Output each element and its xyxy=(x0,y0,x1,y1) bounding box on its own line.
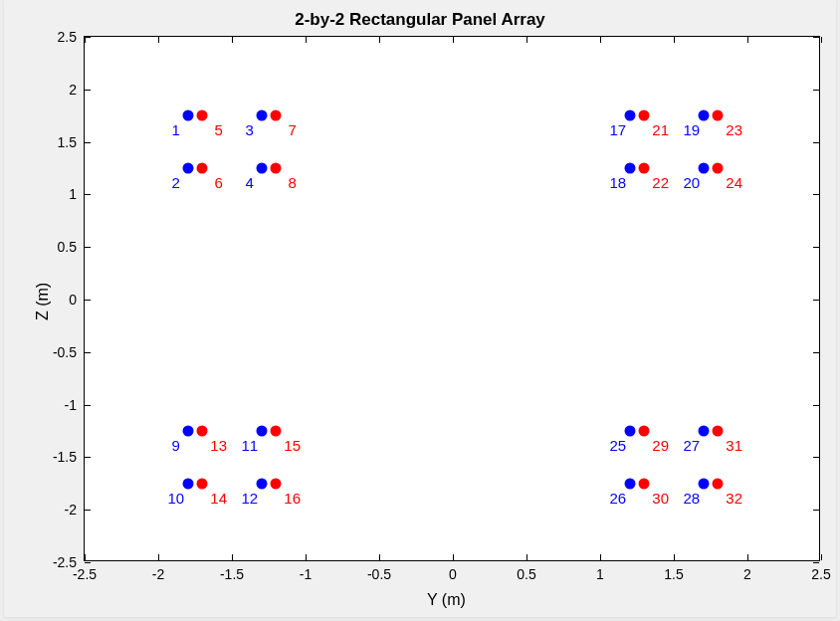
data-point xyxy=(271,163,282,174)
data-label: 10 xyxy=(167,490,184,507)
axes-area: -2.5-2-1.5-1-0.500.511.522.5-2.5-2-1.5-1… xyxy=(84,36,820,561)
data-label: 19 xyxy=(683,121,700,138)
y-tick-label: -1.5 xyxy=(53,449,77,465)
data-label: 20 xyxy=(683,174,700,191)
data-label: 9 xyxy=(172,437,180,454)
data-point xyxy=(182,426,193,437)
data-label: 14 xyxy=(210,490,227,507)
y-tick xyxy=(85,142,91,143)
y-tick xyxy=(813,562,819,563)
figure-panel: 2-by-2 Rectangular Panel Array -2.5-2-1.… xyxy=(4,0,836,617)
data-point xyxy=(624,426,635,437)
data-point xyxy=(639,426,650,437)
x-tick-label: 0.5 xyxy=(517,566,535,582)
data-label: 31 xyxy=(726,437,742,454)
data-label: 7 xyxy=(289,121,297,138)
y-tick-label: 1.5 xyxy=(58,134,77,150)
data-point xyxy=(271,426,282,437)
y-axis-label: Z (m) xyxy=(34,283,52,320)
data-label: 3 xyxy=(246,121,254,138)
y-tick xyxy=(813,90,819,91)
x-tick-label: -0.5 xyxy=(367,566,391,582)
data-point xyxy=(624,478,635,489)
data-point xyxy=(256,110,267,121)
data-point xyxy=(698,163,709,174)
x-tick-label: 2.5 xyxy=(811,566,830,582)
data-label: 17 xyxy=(609,121,626,138)
y-tick xyxy=(85,194,91,195)
data-label: 15 xyxy=(284,437,301,454)
y-tick xyxy=(813,510,819,511)
x-tick xyxy=(232,37,233,43)
x-tick xyxy=(306,554,307,560)
data-point xyxy=(639,478,650,489)
x-tick xyxy=(306,37,307,43)
y-tick-label: -2 xyxy=(65,502,77,518)
y-tick xyxy=(813,142,819,143)
x-tick xyxy=(821,554,822,560)
x-tick-label: -1 xyxy=(300,566,312,582)
data-point xyxy=(698,110,709,121)
x-tick xyxy=(674,37,675,43)
y-tick xyxy=(85,247,91,248)
x-tick-label: 2 xyxy=(743,566,751,582)
x-tick-label: 1 xyxy=(596,566,604,582)
data-point xyxy=(639,110,650,121)
data-point xyxy=(713,478,724,489)
data-point xyxy=(256,426,267,437)
data-label: 28 xyxy=(683,490,700,507)
x-tick xyxy=(453,37,454,43)
data-label: 2 xyxy=(172,174,180,191)
data-point xyxy=(197,163,208,174)
x-tick xyxy=(85,554,86,560)
data-point xyxy=(197,426,208,437)
x-tick xyxy=(158,37,159,43)
y-tick xyxy=(813,352,819,353)
y-tick xyxy=(85,300,91,301)
data-label: 13 xyxy=(210,437,227,454)
data-point xyxy=(698,478,709,489)
data-label: 8 xyxy=(289,174,297,191)
x-tick xyxy=(453,554,454,560)
data-point xyxy=(182,110,193,121)
data-label: 25 xyxy=(609,437,626,454)
data-label: 5 xyxy=(215,121,223,138)
x-tick xyxy=(821,37,822,43)
y-tick-label: 1 xyxy=(69,186,77,202)
y-tick xyxy=(85,405,91,406)
data-point xyxy=(624,163,635,174)
data-point xyxy=(182,478,193,489)
data-label: 26 xyxy=(609,490,626,507)
y-tick-label: -2.5 xyxy=(53,554,77,570)
y-tick xyxy=(85,510,91,511)
x-tick xyxy=(600,554,601,560)
y-tick xyxy=(813,194,819,195)
x-tick xyxy=(600,37,601,43)
chart-title: 2-by-2 Rectangular Panel Array xyxy=(4,10,836,30)
y-tick xyxy=(813,37,819,38)
data-point xyxy=(713,163,724,174)
y-tick-label: 0 xyxy=(69,292,77,308)
data-point xyxy=(256,163,267,174)
x-tick xyxy=(747,37,748,43)
data-point xyxy=(698,426,709,437)
y-tick xyxy=(813,457,819,458)
x-tick xyxy=(158,554,159,560)
data-point xyxy=(271,110,282,121)
x-tick xyxy=(747,554,748,560)
x-tick xyxy=(526,554,527,560)
data-point xyxy=(639,163,650,174)
data-point xyxy=(197,110,208,121)
y-tick xyxy=(85,352,91,353)
data-label: 11 xyxy=(241,437,258,454)
y-tick-label: 2.5 xyxy=(58,29,77,45)
x-tick xyxy=(232,554,233,560)
x-tick-label: -2 xyxy=(152,566,164,582)
data-point xyxy=(197,478,208,489)
y-tick-label: 0.5 xyxy=(58,239,77,255)
data-point xyxy=(271,478,282,489)
data-label: 18 xyxy=(609,174,626,191)
y-tick xyxy=(813,405,819,406)
x-tick-label: -1.5 xyxy=(220,566,244,582)
y-tick-label: 2 xyxy=(69,82,77,98)
